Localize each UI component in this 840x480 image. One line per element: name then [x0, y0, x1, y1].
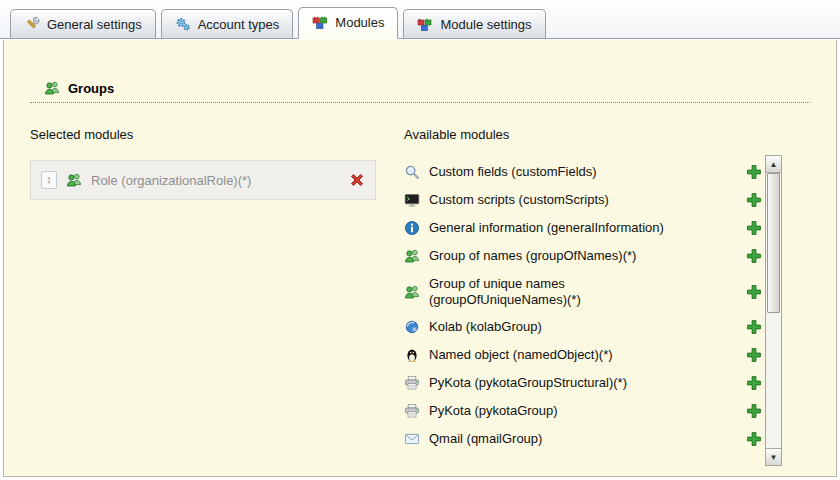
plus-icon — [746, 164, 762, 180]
available-module-label: Group of unique names (groupOfUniqueName… — [429, 276, 701, 307]
script-icon — [404, 192, 420, 208]
gears-icon — [175, 16, 191, 32]
available-module-row: Group of names (groupOfNames)(*) — [404, 242, 762, 270]
plus-icon — [746, 403, 762, 419]
wrench-icon — [24, 16, 40, 32]
tab-label: Modules — [335, 15, 384, 30]
add-module-button[interactable] — [746, 248, 762, 264]
add-module-button[interactable] — [746, 192, 762, 208]
plus-icon — [746, 248, 762, 264]
section-header: Groups — [44, 80, 810, 96]
add-module-button[interactable] — [746, 431, 762, 447]
script-icon — [404, 192, 420, 208]
module-settings-icon — [417, 16, 433, 32]
plus-icon — [746, 220, 762, 236]
available-module-row: General information (generalInformation) — [404, 214, 762, 242]
available-modules-scrollbar[interactable]: ▲ ▼ — [765, 155, 782, 466]
printer-icon — [404, 403, 420, 419]
tux-icon — [404, 347, 420, 363]
groups-icon — [404, 248, 420, 264]
available-module-row: Kolab (kolabGroup) — [404, 313, 762, 341]
modules-icon — [312, 14, 328, 30]
magnifier-icon — [404, 164, 420, 180]
available-module-label: Custom fields (customFields) — [429, 164, 597, 180]
groups-icon — [44, 80, 60, 96]
available-module-label: General information (generalInformation) — [429, 220, 664, 236]
module-settings-icon — [417, 16, 433, 32]
tab-module-settings[interactable]: Module settings — [403, 9, 545, 38]
scroll-up-button[interactable]: ▲ — [766, 156, 781, 173]
section-title: Groups — [68, 81, 114, 96]
plus-icon — [746, 319, 762, 335]
content-panel: Groups Selected modules ↕ Role (organiza… — [3, 40, 837, 477]
section-divider — [30, 102, 810, 103]
groups-icon — [66, 172, 82, 188]
printer-icon — [404, 403, 420, 419]
kolab-icon — [404, 319, 420, 335]
plus-icon — [746, 431, 762, 447]
panel-inner: Groups Selected modules ↕ Role (organiza… — [4, 40, 836, 453]
info-icon — [404, 220, 420, 236]
available-module-label: Group of names (groupOfNames)(*) — [429, 248, 636, 264]
add-module-button[interactable] — [746, 319, 762, 335]
add-module-button[interactable] — [746, 284, 762, 300]
selected-module-row: ↕ Role (organizationalRole)(*) — [30, 160, 376, 200]
delete-x-icon — [349, 172, 365, 188]
magnifier-icon — [404, 164, 420, 180]
tab-account-types[interactable]: Account types — [161, 9, 294, 38]
plus-icon — [746, 192, 762, 208]
module-columns: Selected modules ↕ Role (organizationalR… — [30, 127, 810, 453]
available-modules-list: Custom fields (customFields) Custom scri… — [404, 158, 762, 453]
available-module-label: Named object (namedObject)(*) — [429, 347, 613, 363]
tab-label: Module settings — [440, 17, 531, 32]
remove-module-button[interactable] — [349, 172, 365, 188]
gears-icon — [175, 16, 191, 32]
available-module-row: Group of unique names (groupOfUniqueName… — [404, 270, 762, 313]
modules-icon — [312, 14, 328, 30]
selected-modules-column: Selected modules ↕ Role (organizationalR… — [30, 127, 376, 453]
available-module-row: PyKota (pykotaGroup) — [404, 397, 762, 425]
available-modules-column: Available modules Custom fields (customF… — [404, 127, 762, 453]
wrench-icon — [24, 16, 40, 32]
printer-icon — [404, 375, 420, 391]
groups-icon — [66, 172, 82, 188]
groups-icon — [404, 248, 420, 264]
available-module-label: Qmail (qmailGroup) — [429, 431, 542, 447]
available-module-label: Kolab (kolabGroup) — [429, 319, 542, 335]
add-module-button[interactable] — [746, 164, 762, 180]
selected-module-label: Role (organizationalRole)(*) — [91, 173, 340, 188]
available-module-label: PyKota (pykotaGroupStructural)(*) — [429, 375, 627, 391]
kolab-icon — [404, 319, 420, 335]
plus-icon — [746, 375, 762, 391]
plus-icon — [746, 347, 762, 363]
selected-modules-heading: Selected modules — [30, 127, 376, 142]
available-module-row: Custom scripts (customScripts) — [404, 186, 762, 214]
scrollbar-thumb[interactable] — [767, 173, 780, 313]
tab-bar: General settings Account types Modules M… — [0, 0, 840, 39]
tab-label: Account types — [198, 17, 280, 32]
available-module-label: PyKota (pykotaGroup) — [429, 403, 558, 419]
tab-label: General settings — [47, 17, 142, 32]
add-module-button[interactable] — [746, 220, 762, 236]
add-module-button[interactable] — [746, 375, 762, 391]
groups-icon — [404, 284, 420, 300]
plus-icon — [746, 284, 762, 300]
groups-icon — [404, 284, 420, 300]
tab-general-settings[interactable]: General settings — [10, 9, 156, 38]
selected-modules-list: ↕ Role (organizationalRole)(*) — [30, 160, 376, 200]
available-module-label: Custom scripts (customScripts) — [429, 192, 609, 208]
available-module-row: PyKota (pykotaGroupStructural)(*) — [404, 369, 762, 397]
tab-modules[interactable]: Modules — [298, 7, 398, 39]
mail-icon — [404, 431, 420, 447]
drag-handle-icon[interactable]: ↕ — [41, 171, 57, 189]
available-modules-heading: Available modules — [404, 127, 762, 142]
add-module-button[interactable] — [746, 403, 762, 419]
mail-icon — [404, 431, 420, 447]
scroll-down-button[interactable]: ▼ — [766, 448, 781, 465]
available-module-row: Named object (namedObject)(*) — [404, 341, 762, 369]
printer-icon — [404, 375, 420, 391]
available-module-row: Qmail (qmailGroup) — [404, 425, 762, 453]
available-module-row: Custom fields (customFields) — [404, 158, 762, 186]
add-module-button[interactable] — [746, 347, 762, 363]
info-icon — [404, 220, 420, 236]
